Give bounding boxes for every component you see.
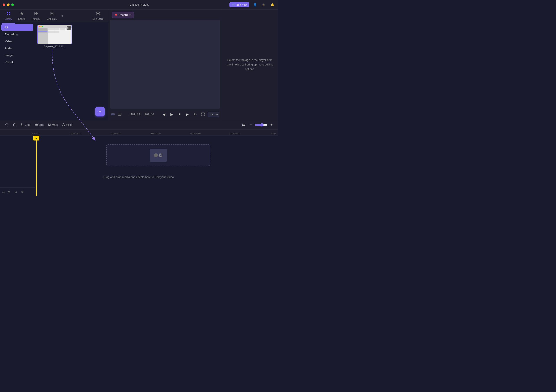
- svg-point-22: [242, 124, 243, 125]
- split-label: Split: [39, 123, 44, 126]
- player-progress-track[interactable]: [111, 113, 115, 115]
- timeline-content: ⇔ 🖼 Drag and drop media and effects here…: [0, 136, 278, 196]
- fullscreen-button[interactable]: [11, 3, 14, 6]
- svg-rect-3: [9, 14, 10, 15]
- svg-point-23: [244, 125, 244, 126]
- player-controls: 00:00:00 | 00:00:00 ◀ ▶ ■ ▶: [108, 109, 222, 120]
- panel-body: All Recording Video Audio Image Preset: [0, 22, 108, 120]
- lock-toggle-button[interactable]: [6, 189, 11, 194]
- tab-transitions[interactable]: Transiti...: [28, 9, 44, 22]
- record-button[interactable]: Record ▾: [112, 12, 134, 18]
- media-grid: Snipaste_2022-11... +: [35, 22, 108, 120]
- screenshot-button[interactable]: [117, 111, 123, 117]
- add-media-button[interactable]: +: [95, 107, 105, 116]
- playhead[interactable]: ⇔: [36, 136, 37, 196]
- ruler-mark-3: 00:01:00:00: [150, 132, 161, 135]
- minimize-button[interactable]: [7, 3, 9, 6]
- sidebar-item-audio[interactable]: Audio: [1, 45, 33, 52]
- left-panel: Library Effects: [0, 9, 108, 120]
- media-item[interactable]: Snipaste_2022-11...: [37, 25, 72, 48]
- tab-transitions-label: Transiti...: [31, 18, 41, 20]
- bell-icon: 🔔: [271, 3, 274, 6]
- annotations-icon: [50, 11, 54, 17]
- next-frame-button[interactable]: ▶: [184, 111, 190, 117]
- ruler-mark-5: 00:01:40:00: [230, 132, 240, 135]
- drop-thumbnail: 🖼: [150, 149, 167, 162]
- traffic-lights: [3, 3, 14, 6]
- crop-label: Crop: [25, 123, 30, 126]
- player-top-bar: Record ▾: [108, 9, 222, 20]
- sfx-icon: [96, 11, 100, 17]
- graduation-icon: 🎓: [262, 3, 266, 6]
- ruler-mark-2: 00:00:40:00: [111, 132, 121, 135]
- sidebar-item-preset[interactable]: Preset: [1, 59, 33, 65]
- sidebar-item-image[interactable]: Image: [1, 52, 33, 59]
- tab-sfx[interactable]: SFX Store: [89, 9, 107, 22]
- ruler-mark-0: 00:00:00: [32, 132, 40, 135]
- project-title: Untitled Project: [130, 3, 148, 6]
- tab-sfx-label: SFX Store: [92, 18, 103, 20]
- volume-button[interactable]: [192, 111, 198, 117]
- sidebar-item-video[interactable]: Video: [1, 38, 33, 45]
- time-display: 00:00:00 | 00:00:00: [124, 113, 159, 116]
- svg-point-11: [97, 13, 99, 14]
- sidebar-item-recording[interactable]: Recording: [1, 31, 33, 38]
- tab-annotations-label: Annotat...: [47, 18, 57, 20]
- player-canvas: [110, 20, 220, 109]
- prev-frame-button[interactable]: ◀: [161, 111, 167, 117]
- audio-toggle-button[interactable]: [20, 189, 25, 194]
- right-panel-hint: Select the footage in the player or in t…: [226, 58, 274, 71]
- account-button[interactable]: 👤: [252, 2, 258, 8]
- svg-rect-24: [8, 192, 10, 193]
- visibility-toggle-button[interactable]: [13, 189, 18, 194]
- record-chevron-icon: ▾: [130, 14, 131, 16]
- fullscreen-toggle-button[interactable]: [200, 111, 206, 117]
- tab-library-label: Library: [5, 18, 12, 20]
- sidebar-item-all[interactable]: All: [1, 24, 33, 31]
- undo-button[interactable]: [3, 122, 10, 128]
- close-button[interactable]: [3, 3, 5, 6]
- svg-point-14: [119, 114, 120, 115]
- right-panel: Select the footage in the player or in t…: [222, 9, 278, 120]
- record-label: Record: [119, 13, 128, 16]
- timeline-settings-button[interactable]: [240, 122, 247, 128]
- buy-now-button[interactable]: 🛒 Buy Now: [229, 2, 249, 7]
- fit-select[interactable]: Fit: [208, 112, 219, 117]
- media-thumbnail[interactable]: [37, 25, 72, 44]
- tab-effects[interactable]: Effects: [15, 9, 28, 22]
- redo-button[interactable]: [11, 122, 18, 128]
- split-button[interactable]: Split: [33, 123, 45, 127]
- mark-label: Mark: [52, 123, 58, 126]
- voice-button[interactable]: Voice: [60, 123, 74, 127]
- mark-button[interactable]: Mark: [46, 123, 59, 127]
- ruler-mark-6: 00:02: [271, 132, 276, 135]
- ruler-mark-1: 00:01:20:00: [71, 132, 81, 135]
- crop-button[interactable]: Crop: [19, 123, 32, 127]
- tutorials-button[interactable]: 🎓: [261, 2, 267, 8]
- svg-rect-12: [68, 27, 70, 29]
- svg-rect-0: [7, 12, 8, 13]
- tab-library[interactable]: Library: [2, 9, 15, 22]
- thumb-badge-icon: [67, 26, 71, 30]
- zoom-in-button[interactable]: +: [269, 122, 275, 128]
- zoom-out-button[interactable]: −: [248, 122, 254, 128]
- tab-bar: Library Effects: [0, 9, 108, 22]
- svg-rect-2: [7, 14, 8, 15]
- notifications-button[interactable]: 🔔: [269, 2, 275, 8]
- main-layout: Library Effects: [0, 9, 278, 196]
- titlebar-actions: 🛒 Buy Now 👤 🎓 🔔: [229, 2, 275, 8]
- cart-icon: 🛒: [232, 3, 235, 6]
- tab-annotations[interactable]: Annotat...: [44, 9, 61, 22]
- ruler-mark-4: 00:01:20:00: [190, 132, 201, 135]
- zoom-slider[interactable]: [255, 123, 268, 127]
- play-button[interactable]: ▶: [169, 111, 175, 117]
- playhead-handle[interactable]: ⇔: [33, 136, 39, 140]
- sidebar: All Recording Video Audio Image Preset: [0, 22, 35, 120]
- stop-button[interactable]: ■: [177, 111, 183, 117]
- media-item-name: Snipaste_2022-11...: [37, 45, 72, 48]
- tab-more-icon[interactable]: »: [61, 14, 63, 18]
- svg-point-26: [15, 192, 16, 192]
- svg-rect-1: [9, 12, 10, 13]
- svg-marker-5: [36, 12, 38, 15]
- record-dot-icon: [115, 14, 117, 15]
